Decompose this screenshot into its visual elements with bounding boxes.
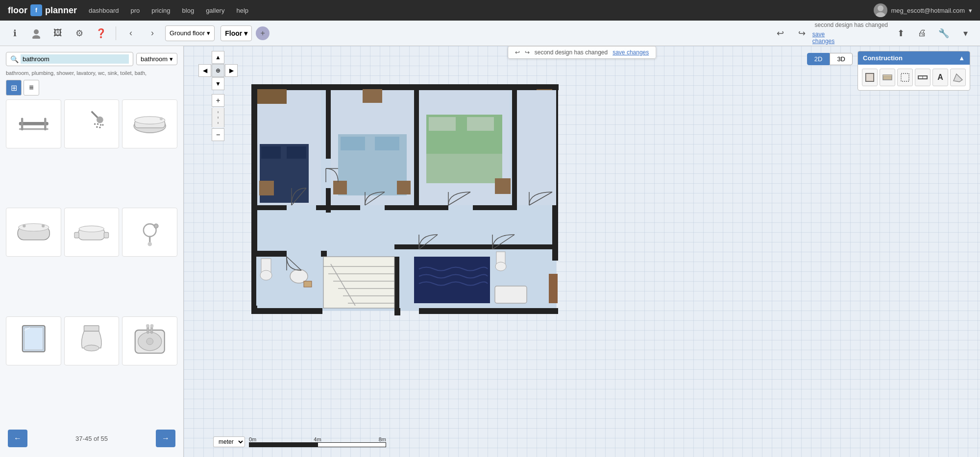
undo-button[interactable]: ↩ [772, 24, 789, 42]
next-page-button[interactable]: → [156, 430, 175, 447]
item-mirror[interactable] [6, 316, 61, 365]
svg-rect-50 [252, 205, 419, 210]
view-2d-button[interactable]: 2D [807, 53, 830, 65]
svg-rect-33 [24, 328, 43, 350]
floor-selector[interactable]: Ground floor ▾ [165, 25, 215, 41]
search-input[interactable] [21, 54, 129, 64]
nav-dashboard[interactable]: dashboard [89, 7, 119, 14]
svg-rect-118 [495, 286, 527, 303]
view-mode-buttons: ⊞ ≡ [6, 80, 177, 96]
help-button[interactable]: ❓ [92, 24, 110, 42]
nav-blog[interactable]: blog [182, 7, 195, 14]
share-button[interactable]: ⬆ [892, 24, 909, 42]
svg-point-15 [102, 124, 103, 125]
prev-page-button[interactable]: ← [8, 430, 27, 447]
nav-pro[interactable]: pro [130, 7, 140, 14]
item-sink[interactable] [122, 316, 177, 365]
item-faucet[interactable] [122, 208, 177, 257]
nav-pricing[interactable]: pricing [151, 7, 170, 14]
shower-icon [73, 107, 110, 141]
item-bathtub-1[interactable] [122, 99, 177, 148]
more-button[interactable]: ▾ [956, 24, 974, 42]
nav-left-button[interactable]: ◀ [198, 64, 211, 77]
item-bathtub-2[interactable] [6, 208, 61, 257]
user-button[interactable] [27, 24, 45, 42]
floor-tool[interactable] [880, 69, 895, 86]
svg-rect-70 [512, 217, 517, 242]
svg-rect-53 [252, 84, 559, 90]
search-input-wrap[interactable]: 🔍 [6, 52, 133, 66]
item-shower-head[interactable] [64, 99, 120, 148]
user-email: meg_escott@hotmail.com [891, 7, 965, 14]
logo[interactable]: floor f planner [8, 4, 77, 16]
erase-tool[interactable] [950, 69, 966, 86]
left-panel: 🔍 bathroom ▾ bathroom, plumbing, shower,… [0, 46, 184, 457]
construction-collapse-icon[interactable]: ▲ [958, 54, 965, 62]
wrench-button[interactable]: 🔧 [935, 24, 953, 42]
pagination: ← 37-45 of 55 → [6, 426, 177, 451]
floor-dropdown-icon: ▾ [207, 29, 210, 37]
nav-help[interactable]: help [236, 7, 248, 14]
room-tool[interactable] [897, 69, 913, 86]
svg-rect-83 [341, 137, 365, 150]
svg-point-103 [260, 270, 272, 280]
svg-rect-63 [287, 205, 316, 210]
svg-rect-60 [251, 308, 322, 314]
settings-button[interactable]: ⚙ [71, 24, 88, 42]
wall-tool[interactable] [862, 69, 878, 86]
redo-button[interactable]: ↪ [793, 24, 811, 42]
save-changes-link[interactable]: save changes [815, 29, 833, 47]
svg-point-1 [876, 12, 885, 17]
svg-point-31 [147, 242, 152, 246]
text-tool[interactable]: A [932, 69, 948, 86]
faucet-icon [131, 216, 169, 249]
svg-rect-128 [866, 73, 874, 81]
svg-rect-4 [19, 122, 48, 125]
svg-rect-98 [517, 90, 556, 205]
nav-gallery[interactable]: gallery [206, 7, 224, 14]
grid-view-button[interactable]: ⊞ [6, 80, 22, 96]
scale-0m: 0m [249, 436, 256, 442]
scale-labels: 0m 4m 8m [249, 436, 386, 442]
list-view-button[interactable]: ≡ [24, 80, 39, 96]
category-label: bathroom [141, 55, 168, 63]
save-link[interactable]: save changes [612, 49, 649, 56]
window-tool[interactable] [915, 69, 931, 86]
view-3d-button[interactable]: 3D [830, 53, 853, 65]
search-tags: bathroom, plumbing, shower, lavatory, wc… [6, 70, 177, 76]
nav-next-button[interactable]: › [144, 24, 161, 42]
svg-rect-130 [883, 75, 892, 76]
svg-point-13 [96, 126, 98, 127]
page-info: 37-45 of 55 [75, 435, 108, 442]
main-layout: 🔍 bathroom ▾ bathroom, plumbing, shower,… [0, 46, 980, 457]
info-button[interactable]: ℹ [6, 24, 24, 42]
svg-rect-84 [375, 137, 399, 150]
bathtub-1-icon [131, 107, 169, 141]
floor-label: Ground floor [170, 29, 205, 37]
view-toggle: 2D 3D [807, 53, 853, 65]
item-urinal[interactable] [64, 316, 120, 365]
svg-rect-107 [323, 257, 394, 308]
notification-message: second design has changed [535, 49, 608, 56]
svg-point-21 [18, 224, 49, 231]
add-floor-button[interactable]: + [256, 26, 270, 40]
svg-point-11 [100, 124, 101, 125]
floor-type-selector[interactable]: Floor ▾ [220, 25, 252, 41]
photo-button[interactable]: 🖼 [49, 24, 67, 42]
item-bathtub-3d[interactable] [64, 208, 120, 257]
svg-point-14 [99, 126, 100, 128]
item-towel-rail[interactable] [6, 99, 61, 148]
construction-tools: A [858, 65, 970, 90]
nav-up-button[interactable]: ▲ [212, 51, 224, 64]
nav-prev-button[interactable]: ‹ [122, 24, 140, 42]
unit-dropdown[interactable]: meter [213, 436, 245, 447]
print-button[interactable]: 🖨 [913, 24, 931, 42]
svg-rect-71 [414, 217, 419, 244]
user-menu[interactable]: meg_escott@hotmail.com ▾ [874, 3, 972, 17]
svg-rect-49 [512, 85, 517, 208]
canvas-area[interactable]: ▲ ◀ ⊕ ▶ ▼ + − ↩ ↪ second design has chan… [184, 46, 980, 457]
avatar [874, 3, 887, 17]
category-dropdown[interactable]: bathroom ▾ [136, 53, 177, 65]
svg-point-29 [154, 224, 158, 228]
floor-type-icon: ▾ [244, 29, 247, 37]
